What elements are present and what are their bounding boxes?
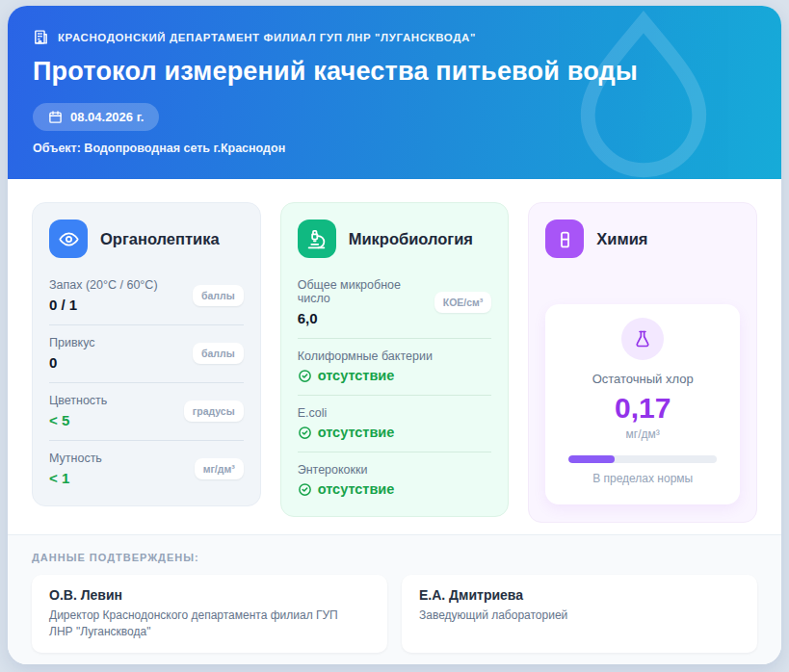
chlorine-unit: мг/дм³	[561, 427, 724, 441]
signature-card-lab-head: Е.А. Дмитриева Заведующий лабораторией	[402, 575, 757, 654]
org-name: КРАСНОДОНСКИЙ ДЕПАРТАМЕНТ ФИЛИАЛ ГУП ЛНР…	[58, 32, 476, 43]
unit-badge: мг/дм³	[195, 458, 244, 479]
metric-label: Энтерококки	[298, 463, 395, 477]
metric-value: отсутствие	[318, 481, 395, 497]
chlorine-status: В пределах нормы	[561, 472, 724, 485]
metric-row-color: Цветность < 5 градусы	[49, 383, 244, 441]
card-title-organoleptics: Органолептика	[100, 230, 220, 248]
signatures-heading: ДАННЫЕ ПОДТВЕРЖДЕНЫ:	[32, 552, 757, 563]
metric-label: Привкус	[49, 336, 95, 349]
unit-badge: баллы	[193, 343, 244, 364]
signatory-name: О.В. Левин	[49, 587, 370, 603]
metric-label: Колиформные бактерии	[298, 349, 433, 363]
metric-row-turbidity: Мутность < 1 мг/дм³	[49, 441, 244, 498]
metric-value: < 5	[49, 412, 107, 428]
card-organoleptics: Органолептика Запах (20°C / 60°C) 0 / 1 …	[32, 202, 261, 506]
signatory-role: Заведующий лабораторией	[419, 607, 708, 624]
protocol-document: КРАСНОДОНСКИЙ ДЕПАРТАМЕНТ ФИЛИАЛ ГУП ЛНР…	[8, 6, 781, 664]
check-circle-icon	[298, 369, 312, 383]
metric-row-coliform: Колиформные бактерии отсутствие	[298, 339, 492, 396]
page-title: Протокол измерений качества питьевой вод…	[33, 57, 756, 87]
object-line: Объект: Водопроводная сеть г.Краснодон	[33, 142, 756, 155]
unit-badge: градусы	[184, 401, 244, 422]
chlorine-progress-bar	[568, 455, 717, 463]
metric-value: 6,0	[298, 310, 427, 326]
card-title-chemistry: Химия	[596, 230, 647, 248]
metric-row-microbial-count: Общее микробное число 6,0 КОЕ/см³	[298, 268, 492, 339]
chlorine-label: Остаточный хлор	[561, 372, 724, 386]
card-microbiology: Микробиология Общее микробное число 6,0 …	[280, 202, 510, 517]
metric-value: отсутствие	[318, 368, 395, 383]
beaker-icon	[545, 220, 584, 258]
metric-row-ecoli: E.coli отсутствие	[298, 396, 492, 452]
date-value: 08.04.2026 г.	[70, 110, 144, 124]
card-title-microbiology: Микробиология	[349, 230, 473, 248]
metric-label: Запах (20°C / 60°C)	[49, 278, 158, 292]
metric-label: Цветность	[49, 394, 107, 407]
metric-row-smell: Запах (20°C / 60°C) 0 / 1 баллы	[49, 268, 244, 325]
metric-label: E.coli	[298, 406, 395, 420]
eye-icon	[49, 220, 88, 258]
metric-value: отсутствие	[318, 425, 395, 440]
metric-row-enterococci: Энтерококки отсутствие	[298, 452, 492, 508]
check-circle-icon	[298, 426, 312, 440]
microscope-icon	[298, 220, 336, 258]
chlorine-progress-fill	[568, 455, 615, 463]
metric-row-taste: Привкус 0 баллы	[49, 325, 244, 383]
signatures-section: ДАННЫЕ ПОДТВЕРЖДЕНЫ: О.В. Левин Директор…	[8, 534, 781, 665]
signatory-name: Е.А. Дмитриева	[419, 587, 740, 603]
card-chemistry: Химия Остаточный хлор 0,17 мг/дм³ В пред…	[528, 202, 757, 523]
metric-value: 0 / 1	[49, 297, 158, 313]
date-badge: 08.04.2026 г.	[33, 103, 159, 131]
check-circle-icon	[298, 482, 312, 497]
metrics-section: Органолептика Запах (20°C / 60°C) 0 / 1 …	[8, 179, 781, 534]
unit-badge: баллы	[193, 285, 244, 306]
building-icon	[33, 29, 49, 45]
signature-card-director: О.В. Левин Директор Краснодонского депар…	[32, 575, 387, 654]
chlorine-value: 0,17	[561, 393, 724, 424]
chlorine-metric-card: Остаточный хлор 0,17 мг/дм³ В пределах н…	[545, 304, 740, 504]
header-banner: КРАСНОДОНСКИЙ ДЕПАРТАМЕНТ ФИЛИАЛ ГУП ЛНР…	[8, 6, 781, 179]
metric-value: < 1	[49, 470, 102, 486]
metric-value: 0	[49, 354, 95, 371]
signatory-role: Директор Краснодонского департамента фил…	[49, 607, 338, 641]
flask-icon	[621, 318, 664, 360]
unit-badge: КОЕ/см³	[434, 292, 492, 313]
calendar-icon	[48, 110, 63, 124]
metric-label: Мутность	[49, 452, 102, 465]
metric-label: Общее микробное число	[298, 278, 427, 305]
